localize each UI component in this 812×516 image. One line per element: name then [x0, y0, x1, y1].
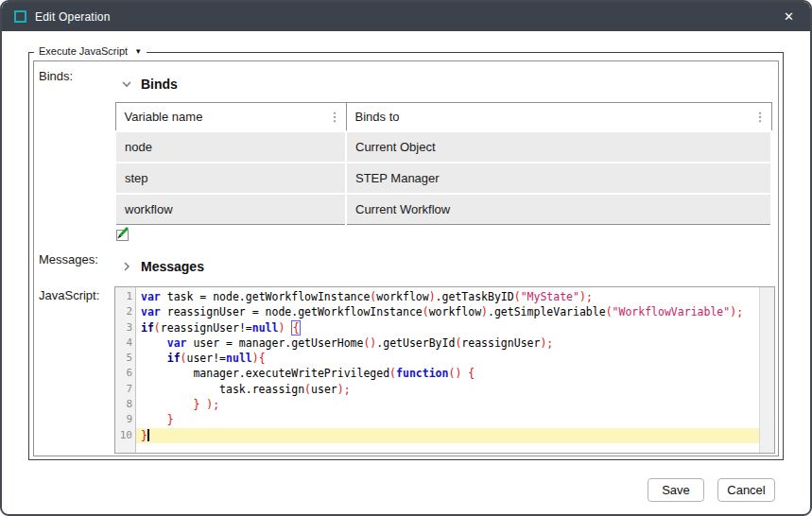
titlebar[interactable]: Edit Operation ✕ [2, 2, 810, 31]
chevron-right-icon [121, 261, 132, 272]
code-line: manager.executeWritePrivileged(function(… [136, 366, 759, 381]
chevron-down-icon [121, 78, 132, 90]
operation-type-label: Execute JavaScript [39, 45, 128, 57]
column-header-binds-to[interactable]: Binds to ⋮ [346, 103, 771, 131]
line-number: 10 [115, 428, 132, 443]
table-row[interactable]: workflowCurrent Workflow [115, 194, 771, 225]
binds-table: Variable name ⋮ Binds to ⋮ nodeCurrent O… [114, 102, 772, 225]
window-title: Edit Operation [35, 10, 111, 24]
column-header-variable-name[interactable]: Variable name ⋮ [115, 103, 346, 131]
binds-section-toggle[interactable]: Binds [121, 77, 178, 92]
edit-operation-dialog: Edit Operation ✕ Execute JavaScript ▼ Bi… [0, 0, 812, 516]
table-cell[interactable]: node [115, 131, 346, 163]
line-number: 4 [115, 335, 132, 351]
line-number: 8 [115, 397, 132, 412]
line-number: 2 [115, 304, 132, 319]
javascript-label: JavaScript: [39, 288, 99, 302]
cancel-button[interactable]: Cancel [717, 478, 775, 502]
code-line: if(reassignUser!=null) { [136, 320, 759, 335]
code-area[interactable]: var task = node.getWorkflowInstance(work… [136, 287, 759, 453]
table-cell[interactable]: step [115, 163, 346, 194]
app-icon [14, 10, 26, 23]
table-header-row: Variable name ⋮ Binds to ⋮ [115, 103, 771, 131]
table-row[interactable]: stepSTEP Manager [115, 163, 771, 194]
table-cell[interactable]: workflow [115, 194, 346, 225]
line-numbers: 12345678910 [115, 287, 136, 453]
operation-fieldset: Execute JavaScript ▼ Binds: Binds Variab… [28, 52, 784, 460]
add-bind-icon[interactable] [114, 226, 131, 243]
code-line: } [136, 412, 759, 427]
table-row[interactable]: nodeCurrent Object [115, 131, 771, 163]
code-line: } [136, 428, 759, 443]
chevron-down-icon: ▼ [134, 47, 142, 56]
code-line: var user = manager.getUserHome().getUser… [136, 335, 759, 351]
code-line: var reassignUser = node.getWorkflowInsta… [136, 304, 759, 319]
close-icon[interactable]: ✕ [780, 8, 798, 26]
line-number: 9 [115, 412, 132, 427]
line-number: 7 [115, 382, 132, 397]
line-number: 5 [115, 351, 132, 366]
messages-section-title: Messages [141, 259, 204, 274]
javascript-editor[interactable]: 12345678910 var task = node.getWorkflowI… [114, 286, 775, 454]
messages-label: Messages: [39, 252, 98, 267]
code-line: } ); [136, 397, 759, 412]
table-cell[interactable]: STEP Manager [346, 163, 771, 194]
code-line: if(user!=null){ [136, 351, 759, 366]
editor-scrollbar[interactable] [759, 287, 774, 453]
code-line: var task = node.getWorkflowInstance(work… [136, 289, 759, 304]
text-cursor [147, 429, 149, 441]
operation-panel: Binds: Binds Variable name ⋮ B [33, 60, 779, 456]
save-button[interactable]: Save [648, 478, 704, 502]
messages-section-toggle[interactable]: Messages [121, 259, 204, 274]
line-number: 1 [115, 289, 132, 304]
line-number: 6 [115, 366, 132, 381]
table-cell[interactable]: Current Workflow [346, 194, 771, 225]
binds-label: Binds: [39, 69, 73, 83]
operation-type-dropdown[interactable]: Execute JavaScript ▼ [34, 45, 147, 57]
column-menu-icon[interactable]: ⋮ [329, 111, 341, 123]
binds-section-title: Binds [141, 77, 178, 92]
column-menu-icon[interactable]: ⋮ [754, 111, 767, 123]
binds-table-body: nodeCurrent ObjectstepSTEP Managerworkfl… [115, 131, 771, 225]
code-line: task.reassign(user); [136, 382, 759, 397]
line-number: 3 [115, 320, 132, 335]
table-cell[interactable]: Current Object [346, 131, 771, 163]
